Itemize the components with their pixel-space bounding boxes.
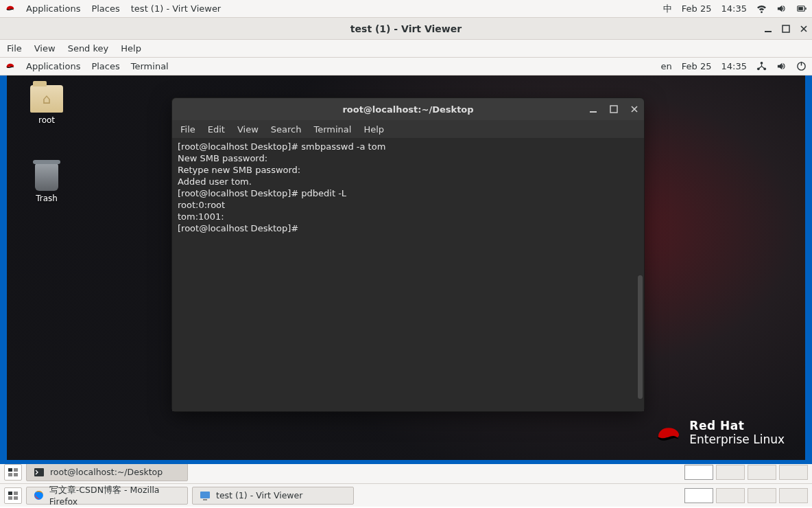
svg-rect-16: [14, 492, 18, 495]
terminal-minimize-button[interactable]: [589, 105, 597, 113]
desktop-icon-root-home[interactable]: ⌂ root: [19, 85, 74, 125]
host-date: Feb 25: [682, 3, 712, 14]
terminal-title: root@localhost:~/Desktop: [342, 104, 473, 115]
svg-point-3: [761, 62, 763, 65]
terminal-line: New SMB password:: [178, 152, 638, 164]
terminal-menu-view[interactable]: View: [237, 124, 259, 135]
workspace-cell[interactable]: [779, 488, 808, 503]
svg-rect-14: [34, 468, 44, 476]
terminal-window: root@localhost:~/Desktop File Edit View …: [171, 97, 645, 412]
host-applications-menu[interactable]: Applications: [26, 3, 80, 14]
guest-top-bar: Applications Places Terminal en Feb 25 1…: [0, 58, 812, 76]
workspace-cell[interactable]: [716, 488, 745, 503]
host-ime-indicator[interactable]: 中: [663, 3, 672, 15]
battery-icon[interactable]: [796, 3, 807, 14]
guest-lang-indicator[interactable]: en: [661, 61, 672, 71]
virt-viewer-menubar: File View Send key Help: [0, 40, 812, 58]
workspace-cell[interactable]: [716, 465, 745, 480]
volume-icon[interactable]: [776, 61, 787, 71]
workspace-cell[interactable]: [684, 465, 713, 480]
taskbar-button-virt-viewer[interactable]: test (1) - Virt Viewer: [192, 487, 354, 505]
svg-rect-1: [765, 31, 772, 32]
trash-icon: [35, 163, 58, 191]
svg-rect-21: [203, 499, 207, 500]
virt-viewer-title: test (1) - Virt Viewer: [350, 23, 462, 34]
workspace-switcher-icon[interactable]: [4, 464, 22, 481]
redhat-hat-icon: [5, 60, 15, 72]
terminal-line: tom:1001:: [178, 211, 638, 222]
workspace-switcher-icon[interactable]: [4, 487, 22, 504]
guest-applications-menu[interactable]: Applications: [26, 61, 80, 71]
brand-line2: Enterprise Linux: [689, 432, 785, 446]
terminal-line: root:0:root: [178, 199, 638, 211]
virt-viewer-titlebar: test (1) - Virt Viewer: [0, 18, 812, 40]
host-top-bar: Applications Places test (1) - Virt View…: [0, 0, 812, 18]
svg-rect-2: [783, 25, 789, 32]
svg-rect-8: [590, 111, 597, 113]
close-button[interactable]: [800, 25, 808, 33]
svg-rect-10: [8, 468, 12, 472]
svg-rect-12: [8, 473, 12, 476]
taskbar-button-label: root@localhost:~/Desktop: [50, 467, 163, 477]
vv-menu-file[interactable]: File: [7, 43, 22, 54]
folder-icon: ⌂: [30, 85, 63, 113]
workspace-cell[interactable]: [748, 488, 776, 503]
vv-menu-help[interactable]: Help: [121, 43, 141, 54]
terminal-line: [root@localhost Desktop]#: [178, 222, 638, 234]
terminal-menu-help[interactable]: Help: [363, 124, 384, 135]
terminal-menu-terminal[interactable]: Terminal: [313, 124, 351, 135]
guest-time: 14:35: [721, 61, 747, 71]
brand-line1: Red Hat: [689, 419, 785, 432]
volume-icon[interactable]: [776, 3, 787, 14]
svg-rect-0: [798, 7, 803, 10]
terminal-menu-file[interactable]: File: [180, 124, 195, 135]
redhat-hat-icon: [5, 3, 15, 14]
taskbar-button-terminal[interactable]: root@localhost:~/Desktop: [26, 463, 188, 481]
maximize-button[interactable]: [782, 25, 790, 33]
taskbar-button-label: 写文章-CSDN博客 - Mozilla Firefox: [49, 485, 180, 507]
redhat-branding: Red Hat Enterprise Linux: [655, 419, 785, 446]
svg-rect-9: [610, 106, 617, 113]
host-places-menu[interactable]: Places: [91, 3, 119, 14]
monitor-icon: [200, 490, 211, 501]
svg-rect-15: [8, 492, 12, 495]
desktop-icon-trash[interactable]: Trash: [19, 163, 74, 203]
guest-places-menu[interactable]: Places: [91, 61, 119, 71]
host-active-window-menu[interactable]: test (1) - Virt Viewer: [131, 3, 221, 14]
taskbar-button-label: test (1) - Virt Viewer: [216, 490, 302, 500]
network-icon[interactable]: [756, 61, 767, 71]
terminal-line: [root@localhost Desktop]# smbpasswd -a t…: [178, 141, 638, 152]
workspace-cell[interactable]: [684, 488, 713, 503]
minimize-button[interactable]: [764, 25, 772, 33]
terminal-menu-edit[interactable]: Edit: [208, 124, 225, 135]
terminal-maximize-button[interactable]: [610, 105, 618, 113]
svg-rect-13: [14, 473, 18, 476]
host-taskbar-row-2: 写文章-CSDN博客 - Mozilla Firefox test (1) - …: [0, 483, 812, 507]
terminal-line: Added user tom.: [178, 176, 638, 187]
taskbar-button-firefox[interactable]: 写文章-CSDN博客 - Mozilla Firefox: [26, 487, 188, 505]
firefox-icon: [34, 490, 44, 501]
svg-rect-20: [200, 492, 210, 498]
vv-menu-view[interactable]: View: [34, 43, 56, 54]
terminal-close-button[interactable]: [630, 105, 638, 113]
wifi-icon[interactable]: [756, 3, 767, 14]
svg-rect-17: [8, 496, 12, 500]
terminal-line: Retype new SMB password:: [178, 164, 638, 176]
workspace-pager[interactable]: [684, 488, 808, 503]
vv-menu-sendkey[interactable]: Send key: [68, 43, 109, 54]
terminal-body[interactable]: [root@localhost Desktop]# smbpasswd -a t…: [172, 138, 644, 411]
workspace-cell[interactable]: [779, 465, 808, 480]
workspace-pager[interactable]: [684, 465, 808, 480]
workspace-cell[interactable]: [748, 465, 776, 480]
power-icon[interactable]: [796, 61, 807, 71]
terminal-scrollbar[interactable]: [638, 275, 643, 399]
svg-rect-18: [14, 496, 18, 500]
guest-desktop[interactable]: ⌂ root Trash root@localhost:~/Desktop Fi…: [0, 76, 812, 460]
guest-date: Feb 25: [682, 61, 712, 71]
desktop-icon-label: Trash: [19, 194, 74, 203]
terminal-titlebar[interactable]: root@localhost:~/Desktop: [172, 98, 644, 120]
terminal-menu-search[interactable]: Search: [271, 124, 302, 135]
guest-active-app-menu[interactable]: Terminal: [131, 61, 169, 71]
svg-rect-7: [801, 62, 802, 66]
terminal-menubar: File Edit View Search Terminal Help: [172, 120, 644, 138]
